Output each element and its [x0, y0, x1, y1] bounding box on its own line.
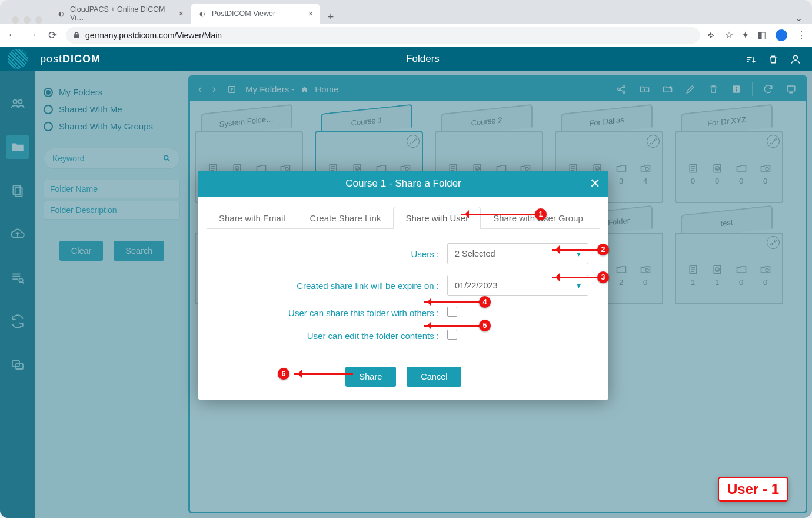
sort-icon[interactable]	[745, 52, 757, 66]
trash-icon[interactable]	[767, 52, 779, 66]
folder-stat-icon	[640, 161, 651, 174]
search-icon[interactable]: 🔍︎	[162, 154, 171, 164]
folder-stat-icon	[711, 161, 723, 174]
kebab-menu-icon[interactable]: ⋮	[797, 29, 806, 41]
link-icon: 🔗︎	[647, 135, 660, 148]
can-edit-label: User can edit the folder contents :	[218, 331, 447, 341]
svg-point-35	[766, 167, 768, 170]
rail-documents-icon[interactable]	[6, 179, 29, 202]
can-edit-checkbox[interactable]	[447, 330, 457, 340]
search-button[interactable]: Search	[114, 241, 164, 261]
search-input[interactable]: Keyword 🔍︎	[44, 148, 180, 169]
expire-label: Created share link will be expire on :	[218, 281, 447, 291]
browser-chrome: ◐ CloudPACS + Online DICOM Vi… × ◐ PostD…	[0, 0, 812, 47]
cancel-button[interactable]: Cancel	[407, 367, 461, 387]
app-logo-icon	[8, 49, 28, 69]
favicon-1: ◐	[56, 9, 65, 18]
rail-folders-icon[interactable]	[6, 135, 29, 159]
folder-stat-icon	[687, 262, 699, 275]
close-tab-icon[interactable]: ×	[304, 9, 313, 18]
folder-stat-icon	[615, 262, 627, 275]
share-folder-modal: Course 1 - Share a Folder ✕ Share with E…	[198, 171, 608, 400]
nav-back-icon[interactable]: ←	[6, 29, 19, 41]
panel-icon[interactable]: ◧	[757, 29, 766, 41]
info-icon[interactable]	[728, 82, 745, 95]
traffic-min[interactable]	[24, 16, 31, 24]
nav-forward-icon[interactable]: →	[26, 29, 39, 41]
svg-point-0	[794, 56, 798, 60]
modal-tab-share-with-user[interactable]: Share with User	[393, 207, 481, 229]
radio-my-folders[interactable]: My Folders	[44, 84, 180, 101]
app-topbar: postDICOM Folders	[0, 47, 812, 71]
browser-tab-1[interactable]: ◐ CloudPACS + Online DICOM Vi… ×	[49, 4, 191, 24]
left-rail	[0, 71, 35, 518]
folder-desc-input[interactable]: Folder Description	[44, 201, 180, 220]
browser-tab-2[interactable]: ◐ PostDICOM Viewer ×	[191, 4, 320, 24]
radio-shared-with-me[interactable]: Shared With Me	[44, 101, 180, 118]
side-panel: My FoldersShared With MeShared With My G…	[35, 71, 188, 518]
new-tab-button[interactable]: +	[322, 11, 339, 24]
can-share-checkbox[interactable]	[447, 307, 457, 317]
user-badge: User - 1	[718, 477, 788, 502]
link-icon: 🔗︎	[767, 236, 780, 249]
radio-icon	[44, 88, 53, 97]
folder-stat-icon	[615, 161, 627, 174]
rail-screens-icon[interactable]	[6, 353, 29, 377]
present-icon[interactable]	[783, 82, 800, 95]
link-icon: 🔗︎	[407, 135, 420, 148]
address-bar[interactable]: 🔒︎ germany.postdicom.com/Viewer/Main	[66, 27, 700, 44]
users-label: Users :	[218, 249, 447, 259]
add-folder-icon[interactable]	[659, 82, 676, 95]
radio-shared-with-my-groups[interactable]: Shared With My Groups	[44, 118, 180, 135]
rail-groups-icon[interactable]	[6, 92, 29, 115]
svg-rect-33	[714, 164, 721, 172]
link-icon: 🔗︎	[767, 135, 780, 148]
close-modal-icon[interactable]: ✕	[590, 176, 600, 191]
share-icon[interactable]	[613, 82, 630, 95]
folder-test[interactable]: test1100🔗︎	[673, 210, 786, 304]
modal-tab-share-with-email[interactable]: Share with Email	[207, 207, 298, 229]
user-icon[interactable]	[790, 52, 801, 66]
breadcrumb-root[interactable]: My Folders -	[245, 84, 294, 94]
folder-stat-icon	[760, 161, 771, 174]
users-select[interactable]: 2 Selected ▾	[447, 243, 588, 264]
breadcrumb-home[interactable]: Home	[315, 84, 338, 94]
up-icon[interactable]	[224, 83, 239, 95]
tab-overflow-icon[interactable]: ⌄	[795, 12, 803, 24]
folder-for-dr-xyz[interactable]: For Dr XYZ0000🔗︎	[673, 109, 786, 203]
share-button[interactable]: Share	[345, 367, 397, 387]
rail-list-search-icon[interactable]	[6, 266, 29, 290]
edit-icon[interactable]	[682, 82, 699, 95]
can-share-label: User can share this folder with others :	[218, 308, 447, 318]
rail-upload-icon[interactable]	[6, 223, 29, 246]
reload-icon[interactable]: ⟳	[46, 29, 59, 42]
share-page-icon[interactable]	[707, 30, 717, 41]
close-tab-icon[interactable]: ×	[174, 9, 184, 18]
folder-stat-icon	[760, 262, 771, 275]
modal-tab-create-share-link[interactable]: Create Share Link	[298, 207, 394, 229]
svg-rect-14	[736, 89, 737, 92]
expire-date-select[interactable]: 01/22/2023 ▾	[447, 275, 588, 296]
search-placeholder: Keyword	[52, 154, 84, 163]
traffic-close[interactable]	[12, 16, 19, 24]
svg-point-51	[645, 268, 648, 271]
folder-up-icon[interactable]	[636, 82, 653, 95]
delete-icon[interactable]	[705, 82, 722, 95]
extensions-icon[interactable]: ✦	[741, 29, 749, 41]
svg-point-2	[18, 100, 22, 104]
back-icon[interactable]: ‹	[196, 83, 204, 95]
rail-sync-icon[interactable]	[6, 310, 29, 333]
bookmark-star-icon[interactable]: ☆	[725, 29, 733, 41]
lock-icon: 🔒︎	[73, 31, 81, 39]
forward-icon[interactable]: ›	[210, 83, 218, 95]
profile-avatar[interactable]	[774, 28, 788, 42]
page-title: Folders	[101, 53, 745, 65]
radio-icon	[44, 122, 53, 131]
traffic-max[interactable]	[35, 16, 42, 24]
clear-button[interactable]: Clear	[59, 241, 104, 261]
refresh-icon[interactable]	[760, 82, 777, 95]
modal-tab-share-with-user-group[interactable]: Share with User Group	[481, 207, 595, 229]
folder-stat-icon	[736, 262, 747, 275]
folder-name-input[interactable]: Folder Name	[44, 180, 180, 198]
favicon-2: ◐	[198, 9, 207, 18]
